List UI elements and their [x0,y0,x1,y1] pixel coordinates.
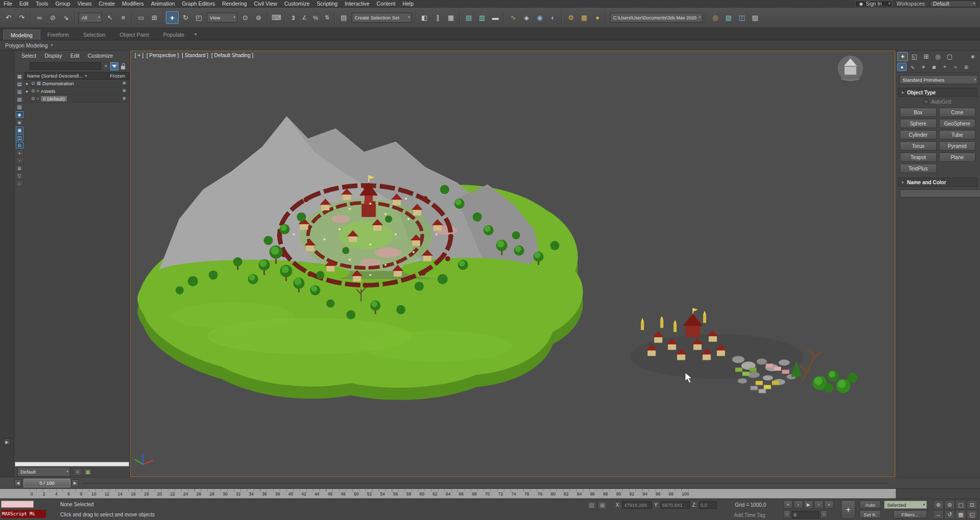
autogrid-checkbox[interactable] [924,100,928,104]
name-color-rollout[interactable]: ▼ Name and Color [898,178,977,187]
window-crossing-icon[interactable] [148,11,161,24]
keyboard-override-icon[interactable] [270,11,283,24]
rotate-tool-icon[interactable] [179,11,192,24]
object-type-rollout[interactable]: ▼ Object Type [898,88,977,97]
current-frame-field[interactable] [792,511,819,518]
utilities-tab-icon[interactable] [967,52,978,61]
key-filters-button[interactable]: Filters... [893,510,927,518]
selection-filter-dropdown[interactable]: All [79,13,102,22]
ribbon-config-icon[interactable]: ▾ [194,32,197,37]
timeline-tick[interactable]: 22 [170,491,175,497]
shapes-cat-icon[interactable] [908,63,917,71]
timeline-tick[interactable]: 16 [131,491,135,497]
percent-snap-icon[interactable] [310,11,321,24]
ribbon-panel-strip[interactable]: Polygon Modeling ▾ [0,40,980,51]
cameras-cat-icon[interactable] [929,63,939,71]
menu-item[interactable]: Interactive [341,1,373,7]
rail-icon[interactable]: ◈ [16,119,23,126]
macro-recorder-field[interactable] [1,501,34,508]
sign-in-button[interactable]: Sign In ▾ [855,1,893,7]
zoom-region-icon[interactable] [967,500,977,509]
primitive-category-dropdown[interactable]: Standard Primitives [899,75,978,84]
filter-funnel-icon[interactable] [110,62,118,70]
explorer-menu-item[interactable]: Customize [84,53,117,59]
workspaces-select[interactable]: Default ▾ [930,1,977,7]
timeline-tick[interactable]: 36 [262,491,266,497]
display-tab-icon[interactable] [944,52,955,61]
tab-modeling[interactable]: Modeling [3,30,40,40]
explorer-preset-dropdown[interactable]: Default [17,467,70,477]
key-filter-selected-dropdown[interactable]: Selected [884,501,927,509]
rail-icon[interactable]: ▧ [16,96,23,103]
eye-icon[interactable]: ⊙ [31,81,35,86]
go-start-button[interactable] [783,501,793,509]
timeline-tick[interactable]: 30 [223,491,227,497]
primitive-button[interactable]: TextPlus [900,164,937,173]
timeline-tick[interactable]: 34 [249,491,254,497]
primitive-button[interactable]: Box [900,108,937,117]
rail-icon[interactable]: ▽ [16,172,23,179]
timeline-tick[interactable]: 56 [393,491,398,497]
expand-arrow-icon[interactable]: ▶ [26,82,30,85]
object-name-field[interactable] [900,189,980,197]
timeline-tick[interactable]: 2 [42,491,46,497]
timeline-tick[interactable]: 94 [643,491,647,497]
helpers-cat-icon[interactable] [940,63,949,71]
maximize-viewport-icon[interactable] [967,510,977,519]
timeline-tick[interactable]: 88 [603,491,608,497]
undo-icon[interactable] [2,11,15,24]
rail-icon[interactable]: ≣ [16,165,23,171]
timeline-tick[interactable]: 44 [314,491,319,497]
primitive-button[interactable]: Plane [939,153,976,162]
frozen-snowflake-icon[interactable]: ❄ [122,88,128,93]
viewport-general-menu[interactable]: [ + ] [135,53,143,58]
mirror-icon[interactable] [418,11,431,24]
more-tools-icon[interactable] [749,11,762,24]
unlink-icon[interactable] [46,11,59,24]
frozen-snowflake-icon[interactable]: ❄ [122,81,128,86]
timeline-tick[interactable]: 18 [144,491,149,497]
layer-manager-icon[interactable] [445,11,457,24]
primitive-button[interactable]: Pyramid [939,141,976,151]
reference-coordinate-dropdown[interactable]: View [207,13,237,22]
rail-icon[interactable]: ▥ [16,88,23,95]
primitive-button[interactable]: Torus [900,141,937,151]
menu-item[interactable]: Help [399,1,418,7]
menu-item[interactable]: Animation [148,1,179,7]
viewcube[interactable] [838,56,863,81]
isolate-icon[interactable] [587,501,596,509]
menu-item[interactable]: Create [95,1,119,7]
explorer-row[interactable]: ▶ ⊙ ▦ Demonstration ❄ [24,80,130,87]
angle-snap-icon[interactable] [299,11,310,24]
snap-3d-icon[interactable] [288,11,299,24]
rail-icon[interactable]: ◉ [16,111,23,118]
spinner-snap-icon[interactable] [322,11,332,24]
menu-item[interactable]: Tools [32,1,52,7]
move-tool-icon[interactable] [166,11,179,24]
set-key-button[interactable]: Set K. [860,510,881,518]
timeline-tick[interactable]: 14 [118,491,122,497]
tab-object-paint[interactable]: Object Paint [112,30,156,40]
pivot-center-icon[interactable] [239,11,252,24]
render-production-icon[interactable] [591,11,604,24]
timeline-tick[interactable]: 10 [91,491,96,497]
menu-item[interactable]: Content [373,1,399,7]
lock-icon[interactable] [121,66,125,69]
select-by-name-icon[interactable] [117,11,130,24]
rail-icon[interactable]: ▤ [16,81,23,87]
timeline-tick[interactable]: 0 [30,491,34,497]
menu-item[interactable]: Civil View [251,1,281,7]
timeline-tick[interactable]: 78 [537,491,542,497]
rail-icon[interactable]: ⌂ [16,180,23,187]
zoom-all-icon[interactable] [944,500,955,509]
menu-item[interactable]: File [0,1,16,7]
rail-icon[interactable]: ▣ [16,127,23,133]
auto-key-button[interactable]: Auto [860,501,881,509]
primitive-button[interactable]: Cylinder [900,130,937,139]
link-icon[interactable] [33,11,46,24]
selection-set-dropdown[interactable]: Create Selection Set [352,13,412,22]
explorer-row-selected[interactable]: ⊙ ○ 0 (default) ❄ [24,95,130,103]
set-keys-button[interactable]: + [841,500,855,519]
zoom-extents-icon[interactable] [955,500,966,509]
timeline-tick[interactable]: 76 [524,491,529,497]
